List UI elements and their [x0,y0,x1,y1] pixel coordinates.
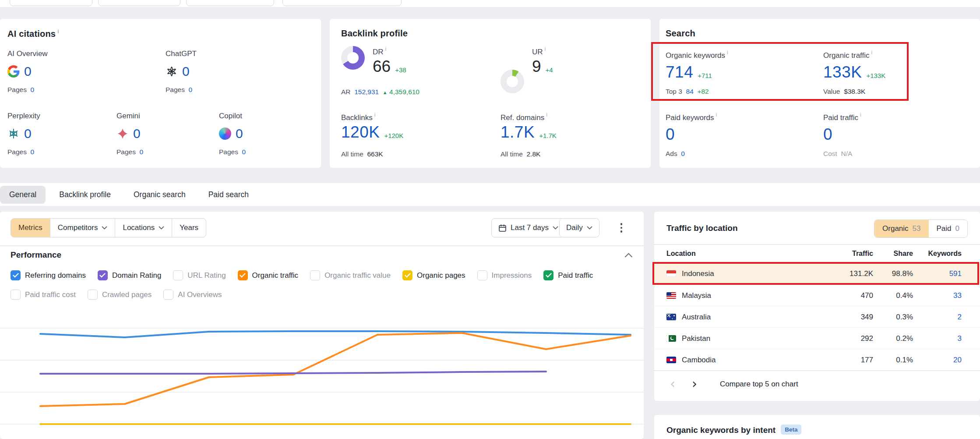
metric-checkbox-referring-domains[interactable]: Referring domains [11,270,86,280]
date-range-button[interactable]: Last 7 days [491,218,565,237]
chevron-down-icon [159,226,164,230]
info-icon[interactable]: i [374,112,376,118]
checkbox-icon [173,270,183,280]
dr-value-row: 66 +38 [373,57,406,76]
metric-checkbox-paid-traffic[interactable]: Paid traffic [543,270,593,280]
cutoff-input-box[interactable] [282,0,402,6]
paid-traffic-value-link[interactable]: 0 [823,125,832,144]
collapse-chevron-up-icon[interactable] [625,253,632,258]
toggle-paid[interactable]: Paid 0 [929,220,968,237]
compare-top5-link[interactable]: Compare top 5 on chart [720,380,798,389]
organic-paid-toggle: Organic 53 Paid 0 [874,220,968,238]
metric-checkbox-paid-traffic-cost[interactable]: Paid traffic cost [11,290,76,300]
competitors-filter-button[interactable]: Competitors [50,219,115,237]
pages-count-link[interactable]: 0 [189,86,193,93]
pages-count-link[interactable]: 0 [31,148,35,156]
copilot-value[interactable]: 0 [236,126,243,141]
app-frame: AI citationsi AI Overview 0 Pages 0 Chat… [0,0,980,439]
perplexity-value[interactable]: 0 [24,126,32,141]
info-icon[interactable]: i [385,46,387,52]
ai-item-perplexity: Perplexity 0 Pages 0 [7,112,40,156]
page-next-button[interactable]: › [692,377,697,390]
pages-count-link[interactable]: 0 [31,86,35,93]
metrics-filter-button[interactable]: Metrics [11,219,50,237]
info-icon[interactable]: i [727,50,728,56]
pages-count-link[interactable]: 0 [242,148,246,156]
ai-item-gemini: Gemini 0 Pages 0 [116,112,143,156]
info-icon[interactable]: i [546,112,547,118]
perplexity-icon [7,127,20,140]
table-row-malaysia[interactable]: Malaysia 470 0.4% 33 [654,284,980,306]
tab-general[interactable]: General [0,186,46,204]
backlinks-value-link[interactable]: 120K [341,123,380,142]
beta-badge: Beta [781,425,801,435]
col-header-location: Location [666,250,696,258]
gemini-icon [116,127,129,140]
pages-count-link[interactable]: 0 [140,148,144,156]
ref-domains-value-link[interactable]: 1.7K [501,123,535,142]
metric-checkbox-organic-pages[interactable]: Organic pages [402,270,465,280]
toggle-organic[interactable]: Organic 53 [874,220,928,237]
table-row-australia[interactable]: Australia 349 0.3% 2 [654,306,980,328]
metric-checkbox-organic-traffic[interactable]: Organic traffic [238,270,299,280]
table-row-indonesia[interactable]: Indonesia 131.2K 98.8% 591 [654,263,980,284]
info-icon[interactable]: i [57,28,59,35]
locations-filter-button[interactable]: Locations [115,219,172,237]
info-icon[interactable]: i [716,112,717,118]
dr-donut-chart [341,46,365,70]
gemini-value[interactable]: 0 [133,126,141,141]
ai-item-ai-overview: AI Overview 0 Pages 0 [7,50,48,94]
backlinks-value-row: 120K +120K [341,123,403,142]
table-row-cambodia[interactable]: Cambodia 177 0.1% 20 [654,349,980,371]
col-header-share: Share [874,250,913,258]
kebab-menu-button[interactable] [615,218,628,237]
checkbox-icon [310,270,320,280]
top3-link[interactable]: 84 [686,88,694,95]
ai-citations-card: AI citationsi AI Overview 0 Pages 0 Chat… [0,19,321,168]
chatgpt-value[interactable]: 0 [182,64,190,79]
calendar-icon [498,224,507,232]
tab-paid-search[interactable]: Paid search [199,186,258,204]
page-prev-button[interactable]: ‹ [670,377,675,390]
info-icon[interactable]: i [545,46,546,52]
search-card: Search Organic keywordsi 714 +711 Top 3 … [659,19,980,168]
paid-keywords-value-link[interactable]: 0 [666,125,675,144]
col-header-keywords: Keywords [918,250,962,258]
keywords-link[interactable]: 591 [918,269,962,278]
checkbox-icon [11,290,21,300]
organic-traffic-value-link[interactable]: 133K [823,63,862,81]
keywords-by-intent-title: Organic keywords by intentBeta [666,425,801,435]
ur-value-row: 9 +4 [532,57,553,76]
filter-segmented-control: Metrics Competitors Locations Years [11,218,206,237]
cutoff-input-box[interactable] [10,0,92,6]
granularity-button[interactable]: Daily [559,218,599,237]
ai-overview-value[interactable]: 0 [24,64,32,79]
metric-checkbox-ai-overviews[interactable]: AI Overviews [163,290,222,300]
tab-backlink-profile[interactable]: Backlink profile [50,186,120,204]
keywords-link[interactable]: 33 [918,291,962,300]
info-icon[interactable]: i [871,50,873,56]
keywords-by-intent-panel: Organic keywords by intentBeta [654,415,980,439]
metric-checkbox-row-2: Paid traffic cost Crawled pages AI Overv… [11,290,222,300]
metric-checkbox-impressions[interactable]: Impressions [477,270,532,280]
backlink-profile-title: Backlink profile [341,28,408,39]
checkbox-icon [88,290,98,300]
organic-keywords-value-link[interactable]: 714 [666,63,693,81]
performance-line-chart[interactable] [0,312,644,439]
cutoff-input-box[interactable] [98,0,180,6]
years-filter-button[interactable]: Years [172,219,206,237]
metric-checkbox-organic-traffic-value[interactable]: Organic traffic value [310,270,391,280]
cutoff-input-box[interactable] [186,0,274,6]
keywords-link[interactable]: 3 [918,334,962,343]
table-row-pakistan[interactable]: Pakistan 292 0.2% 3 [654,327,980,349]
chevron-down-icon [553,226,558,230]
keywords-link[interactable]: 20 [918,356,962,365]
metric-checkbox-domain-rating[interactable]: Domain Rating [98,270,161,280]
metric-checkbox-crawled-pages[interactable]: Crawled pages [88,290,152,300]
ads-count-link[interactable]: 0 [681,150,685,157]
ahrefs-rank-link[interactable]: 152,931 [354,88,379,96]
tab-organic-search[interactable]: Organic search [124,186,195,204]
keywords-link[interactable]: 2 [918,313,962,322]
info-icon[interactable]: i [860,112,861,118]
metric-checkbox-url-rating[interactable]: URL Rating [173,270,226,280]
